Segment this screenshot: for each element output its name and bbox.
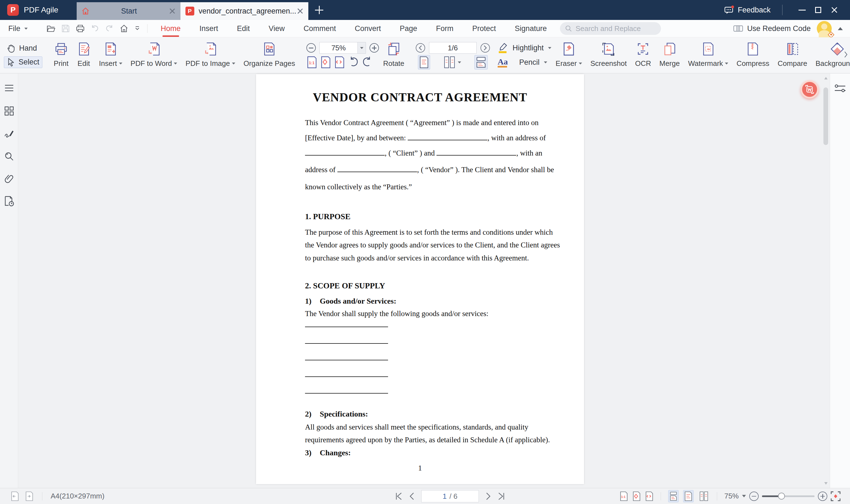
ribbon-overflow-chevron[interactable] [844,51,848,58]
next-page-button[interactable] [486,492,491,500]
last-page-button[interactable] [498,492,505,500]
continuous-scroll-view-button[interactable] [668,490,679,502]
file-menu[interactable]: File [8,24,28,33]
use-redeem-code-button[interactable]: Use Redeem Code [733,24,811,33]
rotate-button[interactable]: Rotate [379,37,409,73]
close-button[interactable] [826,2,842,18]
new-tab-button[interactable] [314,5,324,15]
actual-size-button[interactable]: 1:1 [620,491,628,501]
compare-button[interactable]: Compare [774,37,812,73]
search-panel-icon[interactable] [4,152,14,161]
fit-page-button[interactable] [320,56,331,69]
page-nav-input[interactable]: 1 / 6 [421,490,479,502]
pdf-to-word-button[interactable]: PDF to Word [126,37,182,73]
ocr-button[interactable]: OCR [631,37,655,73]
compress-button[interactable]: Compress [733,37,773,73]
zoom-out-button[interactable] [749,491,759,501]
zoom-out-button[interactable] [306,43,316,53]
watermark-button[interactable]: Watermark [684,37,733,73]
previous-page-button[interactable] [409,492,415,500]
signature-panel-icon[interactable] [4,129,14,138]
scrollbar-thumb[interactable] [824,88,828,145]
menu-view[interactable]: View [268,22,286,36]
edit-button[interactable]: Edit [73,37,95,73]
zoom-slider[interactable] [762,496,815,497]
zoom-slider-thumb[interactable] [778,493,785,500]
menu-home[interactable]: Home [160,22,182,36]
single-page-view-icon [419,56,429,68]
scroll-up-icon[interactable] [824,77,828,79]
highlight-button[interactable]: Hightlight [497,41,551,55]
fit-page-button[interactable] [632,491,641,501]
font-style-button[interactable]: Aa [497,56,509,68]
eraser-button[interactable]: Eraser [551,37,586,73]
tab-document[interactable]: P vendor_contract_agreemen... [180,2,308,20]
home-quick-icon[interactable] [120,24,128,33]
page-indicator-input[interactable]: 1/6 [429,42,477,54]
print-quick-icon[interactable] [76,24,85,33]
first-page-button[interactable] [395,492,402,500]
feedback-button[interactable]: Feedback [724,5,771,14]
collapse-ribbon-icon[interactable] [838,27,843,30]
menu-convert[interactable]: Convert [354,22,382,36]
actual-size-button[interactable]: 1:1 [306,56,318,69]
menu-protect[interactable]: Protect [471,22,497,36]
undo-icon[interactable] [91,24,99,33]
menu-edit[interactable]: Edit [236,22,251,36]
open-file-icon[interactable] [47,24,55,33]
screenshot-button[interactable]: Screenshot [586,37,631,73]
fit-width-button[interactable] [334,56,345,69]
avatar[interactable] [817,21,832,36]
zoom-dropdown-icon[interactable] [742,495,746,497]
document-page[interactable]: VENDOR CONTRACT AGREEMENT This Vendor Co… [256,74,584,484]
pencil-button[interactable]: Pencil [519,58,540,67]
vertical-scrollbar[interactable] [822,74,830,488]
menu-comment[interactable]: Comment [303,22,337,36]
organize-pages-button[interactable]: Organize Pages [239,37,299,73]
highlight-label: Hightlight [512,44,544,52]
attachments-panel-icon[interactable] [4,174,14,184]
save-icon[interactable] [61,24,70,33]
toolbar-collapse-icon[interactable] [134,26,140,31]
two-page-view-button[interactable] [698,490,710,502]
pdf-to-image-button[interactable]: PDF to Image [181,37,239,73]
previous-view-button[interactable] [11,491,19,501]
two-page-view-button[interactable] [442,55,462,70]
continuous-scroll-view-button[interactable] [474,55,488,70]
previous-page-button[interactable] [416,43,425,53]
outline-panel-icon[interactable] [4,84,14,92]
menu-signature[interactable]: Signature [514,22,548,36]
tab-document-close-icon[interactable] [297,8,303,14]
history-panel-icon[interactable] [4,196,14,206]
select-tool-button[interactable]: Select [4,56,42,68]
search-input[interactable]: Search and Replace [560,22,661,35]
next-page-button[interactable] [481,43,490,53]
properties-sliders-icon[interactable] [834,84,846,93]
tab-start[interactable]: Start [77,2,180,20]
print-button[interactable]: Print [50,37,73,73]
minimize-button[interactable] [794,2,810,18]
menu-page[interactable]: Page [399,22,418,36]
tab-start-close-icon[interactable] [169,8,176,14]
zoom-dropdown[interactable] [357,42,366,53]
pdf-to-word-floating-button[interactable] [800,80,819,98]
insert-button[interactable]: Insert [95,37,126,73]
fullscreen-button[interactable] [831,491,840,501]
redo-icon[interactable] [105,24,113,33]
menu-form[interactable]: Form [435,22,454,36]
rotate-cw-button[interactable] [362,56,373,68]
rotate-ccw-button[interactable] [348,56,359,68]
zoom-in-button[interactable] [369,43,379,53]
single-page-view-button[interactable] [418,55,430,70]
zoom-level-select[interactable]: 75% [320,42,366,54]
single-page-view-button[interactable] [683,490,694,502]
next-view-button[interactable] [25,491,34,501]
fit-width-button[interactable] [645,491,653,501]
merge-button[interactable]: Merge [655,37,684,73]
scroll-down-icon[interactable] [824,482,828,485]
menu-insert[interactable]: Insert [198,22,219,36]
hand-tool-button[interactable]: Hand [4,43,42,54]
zoom-in-button[interactable] [818,491,827,501]
thumbnails-panel-icon[interactable] [4,106,14,116]
maximize-button[interactable] [810,2,826,18]
